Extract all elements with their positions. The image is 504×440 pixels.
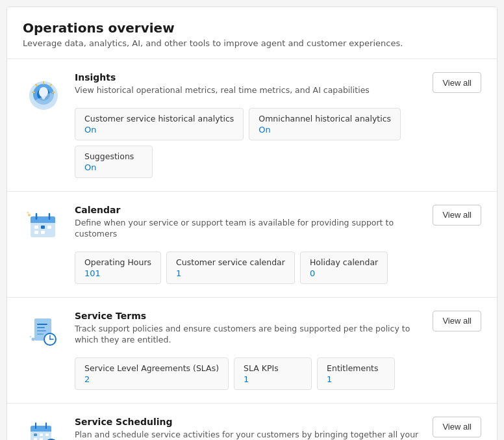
svg-rect-38	[34, 434, 37, 436]
service-terms-desc: Track support policies and ensure custom…	[75, 323, 433, 346]
page-container: Operations overview Leverage data, analy…	[6, 6, 498, 440]
svg-point-22	[27, 211, 29, 213]
page-header: Operations overview Leverage data, analy…	[7, 7, 497, 59]
svg-rect-41	[34, 438, 37, 441]
card-cs-historical-label: Customer service historical analytics	[84, 114, 234, 123]
section-calendar: Calendar Define when your service or sup…	[7, 192, 497, 298]
insights-cards-row: Customer service historical analytics On…	[75, 108, 481, 178]
card-sla-label: Service Level Agreements (SLAs)	[84, 363, 219, 373]
page-subtitle: Leverage data, analytics, AI, and other …	[23, 38, 481, 48]
calendar-title: Calendar	[75, 205, 433, 215]
insights-view-all-button[interactable]: View all	[433, 72, 481, 93]
card-sla[interactable]: Service Level Agreements (SLAs) 2	[75, 357, 229, 390]
svg-rect-39	[40, 434, 43, 436]
calendar-body: Calendar Define when your service or sup…	[75, 205, 481, 284]
card-sla-kpis-label: SLA KPIs	[244, 363, 302, 373]
insights-icon	[23, 72, 64, 114]
svg-line-7	[50, 84, 51, 86]
svg-rect-25	[37, 324, 47, 325]
insights-desc: View historical operational metrics, rea…	[75, 84, 370, 96]
card-operating-hours[interactable]: Operating Hours 101	[75, 252, 161, 284]
svg-rect-18	[41, 231, 45, 234]
svg-rect-28	[37, 333, 44, 335]
service-scheduling-body: Service Scheduling Plan and schedule ser…	[75, 417, 481, 441]
svg-rect-26	[37, 327, 45, 328]
card-cs-historical-value: On	[84, 125, 234, 135]
service-terms-body: Service Terms Track support policies and…	[75, 311, 481, 390]
calendar-icon	[23, 205, 64, 246]
svg-rect-40	[45, 434, 49, 436]
service-scheduling-title: Service Scheduling	[75, 417, 433, 427]
section-insights: Insights View historical operational met…	[7, 59, 497, 192]
svg-rect-42	[40, 438, 43, 441]
card-cs-calendar-value: 1	[176, 268, 285, 278]
service-scheduling-icon	[23, 417, 64, 441]
card-operating-hours-value: 101	[84, 268, 151, 278]
card-holiday-calendar[interactable]: Holiday calendar 0	[300, 252, 388, 284]
card-omnichannel-historical-label: Omnichannel historical analytics	[258, 114, 391, 123]
card-suggestions-value: On	[84, 162, 143, 172]
svg-line-9	[36, 84, 37, 86]
card-cs-calendar-label: Customer service calendar	[176, 257, 285, 267]
svg-rect-37	[31, 430, 51, 432]
card-sla-kpis[interactable]: SLA KPIs 1	[234, 357, 312, 390]
service-terms-cards-row: Service Level Agreements (SLAs) 2 SLA KP…	[75, 357, 481, 390]
page-title: Operations overview	[23, 20, 481, 36]
card-cs-historical[interactable]: Customer service historical analytics On	[75, 108, 244, 140]
calendar-view-all-button[interactable]: View all	[433, 205, 481, 226]
card-suggestions-label: Suggestions	[84, 151, 143, 161]
card-entitlements-value: 1	[327, 374, 385, 384]
card-sla-value: 2	[84, 374, 219, 384]
service-terms-icon	[23, 311, 64, 352]
svg-rect-13	[31, 220, 55, 223]
card-suggestions[interactable]: Suggestions On	[75, 146, 153, 178]
insights-title: Insights	[75, 72, 370, 83]
card-entitlements-label: Entitlements	[327, 363, 385, 373]
card-omnichannel-historical-value: On	[258, 125, 391, 135]
svg-rect-14	[34, 226, 38, 229]
svg-point-21	[28, 214, 31, 216]
service-scheduling-view-all-button[interactable]: View all	[433, 417, 481, 437]
svg-rect-15	[41, 226, 45, 229]
section-service-scheduling: Service Scheduling Plan and schedule ser…	[7, 404, 497, 441]
svg-point-34	[30, 335, 32, 337]
service-scheduling-desc: Plan and schedule service activities for…	[75, 429, 433, 441]
card-cs-calendar[interactable]: Customer service calendar 1	[166, 252, 295, 284]
card-omnichannel-historical[interactable]: Omnichannel historical analytics On	[249, 108, 401, 140]
card-operating-hours-label: Operating Hours	[84, 257, 151, 267]
svg-rect-27	[37, 330, 46, 331]
section-service-terms: Service Terms Track support policies and…	[7, 298, 497, 404]
service-terms-view-all-button[interactable]: View all	[433, 311, 481, 331]
card-sla-kpis-value: 1	[244, 374, 302, 384]
svg-rect-16	[47, 226, 51, 229]
svg-point-33	[32, 337, 35, 341]
insights-body: Insights View historical operational met…	[75, 72, 481, 178]
svg-rect-17	[34, 231, 38, 234]
calendar-desc: Define when your service or support team…	[75, 217, 433, 240]
card-holiday-calendar-value: 0	[310, 268, 378, 278]
service-terms-title: Service Terms	[75, 311, 433, 321]
calendar-cards-row: Operating Hours 101 Customer service cal…	[75, 252, 481, 284]
card-holiday-calendar-label: Holiday calendar	[310, 257, 378, 267]
card-entitlements[interactable]: Entitlements 1	[317, 357, 395, 390]
